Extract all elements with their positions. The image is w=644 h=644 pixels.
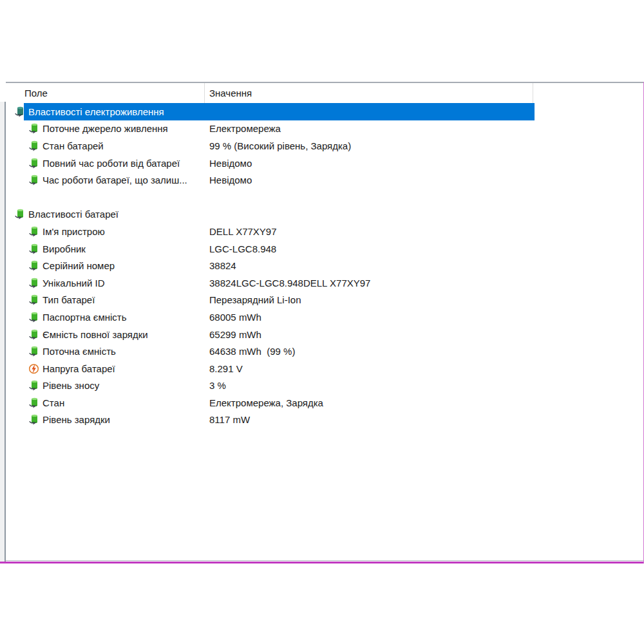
table-row[interactable]: Напруга батареї8.291 V <box>6 360 643 377</box>
field-label: Стан <box>43 397 64 408</box>
group-label: Властивості батареї <box>28 209 118 220</box>
battery-icon <box>28 329 39 340</box>
field-label: Ємність повної зарядки <box>43 329 148 340</box>
battery-icon <box>28 294 39 305</box>
field-label: Ім'я пристрою <box>43 226 105 237</box>
table-row[interactable]: Тип батареїПерезарядний Li-Ion <box>6 292 643 309</box>
battery-icon <box>28 140 39 151</box>
group-row[interactable]: Властивості батареї <box>6 206 643 223</box>
column-divider[interactable] <box>204 83 205 103</box>
group-label: Властивості електроживлення <box>28 106 164 117</box>
field-label: Тип батареї <box>43 294 95 305</box>
field-label: Напруга батареї <box>43 363 115 374</box>
field-label: Поточна ємність <box>43 346 116 357</box>
table-row[interactable]: Ємність повної зарядки65299 mWh <box>6 326 643 343</box>
value-label: 8.291 V <box>209 363 243 374</box>
value-label: Невідомо <box>209 175 252 185</box>
voltage-icon <box>28 363 39 374</box>
table-row[interactable]: Унікальний ID38824LGC-LGC8.948DELL X77XY… <box>6 274 643 292</box>
field-label: Унікальний ID <box>43 278 104 289</box>
table-row[interactable]: Повний час роботи від батареїНевідомо <box>6 155 643 172</box>
column-header-value[interactable]: Значення <box>209 88 252 99</box>
battery-icon <box>28 243 39 254</box>
battery-icon <box>28 414 39 425</box>
table-row[interactable]: Час роботи батареї, що залиш...Невідомо <box>6 171 643 189</box>
table-row[interactable]: Серійний номер38824 <box>6 257 643 274</box>
value-label: 99 % (Високий рівень, Зарядка) <box>209 140 351 151</box>
value-label: Електромережа, Зарядка <box>209 397 323 408</box>
table-row[interactable]: Поточне джерело живленняЕлектромережа <box>6 120 643 138</box>
value-label: 65299 mWh <box>209 329 261 340</box>
battery-icon <box>28 175 39 185</box>
field-label: Виробник <box>43 243 86 254</box>
value-label: 38824LGC-LGC8.948DELL X77XY97 <box>209 278 370 289</box>
field-label: Паспортна ємність <box>43 312 127 323</box>
battery-icon <box>28 312 39 323</box>
table-row[interactable]: Поточна ємність64638 mWh (99 %) <box>6 343 643 360</box>
value-label: 8117 mW <box>209 414 250 425</box>
battery-icon <box>14 106 25 117</box>
table-header: Поле Значення <box>6 83 643 103</box>
column-divider[interactable] <box>533 83 533 103</box>
battery-icon <box>28 380 39 391</box>
magenta-bottom-border <box>0 562 644 564</box>
table-row[interactable]: Ім'я пристроюDELL X77XY97 <box>6 223 643 240</box>
field-label: Рівень зносу <box>43 380 99 391</box>
field-label: Час роботи батареї, що залиш... <box>43 175 187 185</box>
value-label: Перезарядний Li-Ion <box>209 294 301 305</box>
field-label: Поточне джерело живлення <box>43 123 168 134</box>
table-rows: Властивості електроживленняПоточне джере… <box>6 103 643 428</box>
table-row[interactable]: Рівень зносу3 % <box>6 377 643 395</box>
table-row[interactable]: Рівень зарядки8117 mW <box>6 412 643 429</box>
table-row[interactable]: Стан батарей99 % (Високий рівень, Зарядк… <box>6 137 643 155</box>
value-label: Електромережа <box>209 123 281 134</box>
field-label: Рівень зарядки <box>43 414 110 425</box>
value-label: 64638 mWh (99 %) <box>209 346 295 357</box>
value-label: LGC-LGC8.948 <box>209 243 276 254</box>
battery-icon <box>28 158 39 169</box>
section-spacer <box>6 189 643 206</box>
battery-icon <box>28 278 39 289</box>
left-panel-strip <box>0 102 6 562</box>
table-row[interactable]: Паспортна ємність68005 mWh <box>6 308 643 326</box>
battery-icon <box>14 209 25 220</box>
value-label: DELL X77XY97 <box>209 226 277 237</box>
battery-icon <box>28 123 39 134</box>
column-header-field[interactable]: Поле <box>24 88 48 99</box>
field-label: Стан батарей <box>43 140 104 151</box>
battery-icon <box>28 397 39 408</box>
battery-icon <box>28 226 39 237</box>
table-row[interactable]: ВиробникLGC-LGC8.948 <box>6 240 643 258</box>
value-label: 68005 mWh <box>209 312 261 323</box>
battery-info-listview: Поле Значення Властивості електроживленн… <box>6 82 643 561</box>
battery-icon <box>28 346 39 357</box>
value-label: Невідомо <box>209 158 252 169</box>
field-label: Серійний номер <box>43 260 115 271</box>
value-label: 3 % <box>209 380 226 391</box>
field-label: Повний час роботи від батареї <box>43 158 180 169</box>
group-row[interactable]: Властивості електроживлення <box>6 103 643 120</box>
value-label: 38824 <box>209 260 236 271</box>
table-row[interactable]: СтанЕлектромережа, Зарядка <box>6 394 643 412</box>
battery-icon <box>28 260 39 271</box>
